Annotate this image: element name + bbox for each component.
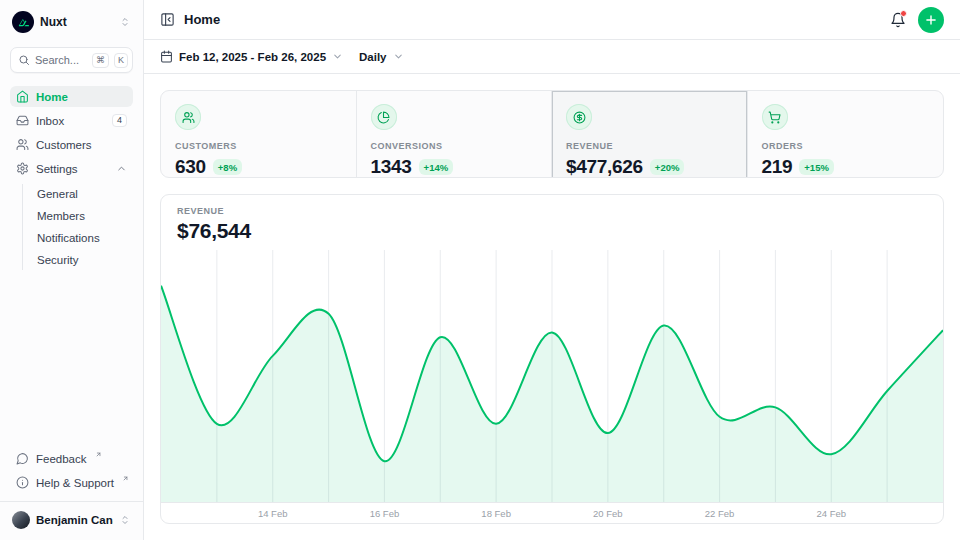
- stat-delta-badge: +15%: [799, 159, 834, 175]
- sidebar-subitem-notifications[interactable]: Notifications: [33, 228, 133, 248]
- users-icon: [175, 104, 201, 130]
- sidebar-item-settings[interactable]: Settings: [10, 158, 133, 179]
- sidebar-subitem-security[interactable]: Security: [33, 250, 133, 270]
- stat-label: CUSTOMERS: [175, 141, 342, 151]
- main-area: Home Feb 12, 2025 - Feb 26, 2025 Daily C…: [144, 0, 960, 540]
- select-chevrons-icon: [119, 514, 131, 526]
- avatar: [12, 511, 30, 529]
- sidebar-item-label: Customers: [36, 139, 92, 151]
- inbox-icon: [16, 114, 29, 127]
- sidebar-link-label: Feedback: [36, 453, 87, 465]
- stat-value: $477,626: [566, 156, 643, 178]
- chart-title: REVENUE: [177, 206, 927, 216]
- search-input[interactable]: Search... ⌘ K: [10, 47, 133, 73]
- stat-delta-badge: +8%: [213, 159, 242, 175]
- period-value: Daily: [359, 51, 387, 63]
- x-axis-tick: 14 Feb: [258, 508, 288, 519]
- workspace-switcher[interactable]: Nuxt: [10, 10, 133, 34]
- kbd-command: ⌘: [92, 53, 109, 68]
- sidebar-spacer: [10, 272, 133, 435]
- stat-card-revenue[interactable]: REVENUE$477,626+20%: [552, 91, 748, 178]
- x-axis-tick: 18 Feb: [481, 508, 511, 519]
- user-menu[interactable]: Benjamin Canac: [10, 510, 133, 530]
- date-range-value: Feb 12, 2025 - Feb 26, 2025: [179, 51, 326, 63]
- settings-icon: [16, 162, 29, 175]
- sidebar-subitem-members[interactable]: Members: [33, 206, 133, 226]
- stat-label: REVENUE: [566, 141, 733, 151]
- x-axis-tick: 22 Feb: [705, 508, 735, 519]
- external-arrow-icon: [122, 475, 129, 482]
- sidebar: Nuxt Search... ⌘ K HomeInbox4CustomersSe…: [0, 0, 144, 540]
- filters-toolbar: Feb 12, 2025 - Feb 26, 2025 Daily: [144, 40, 960, 74]
- stat-value: 1343: [371, 156, 412, 178]
- page-title: Home: [184, 12, 220, 27]
- select-chevrons-icon: [119, 16, 131, 28]
- stat-label: ORDERS: [762, 141, 930, 151]
- workspace-name: Nuxt: [40, 15, 67, 29]
- revenue-chart-svg: [161, 250, 943, 502]
- notification-dot: [900, 10, 907, 17]
- stat-card-conversions[interactable]: CONVERSIONS1343+14%: [357, 91, 553, 178]
- chart-x-axis: 14 Feb16 Feb18 Feb20 Feb22 Feb24 Feb: [161, 502, 943, 523]
- header-actions: [890, 7, 944, 33]
- message-circle-icon: [16, 452, 29, 465]
- chevron-up-icon: [116, 163, 127, 174]
- info-icon: [16, 476, 29, 489]
- chevron-down-icon: [393, 51, 404, 62]
- stat-label: CONVERSIONS: [371, 141, 538, 151]
- sidebar-subitem-general[interactable]: General: [33, 184, 133, 204]
- notifications-button[interactable]: [890, 12, 906, 28]
- home-icon: [16, 90, 29, 103]
- sidebar-link-label: Help & Support: [36, 477, 114, 489]
- sidebar-link-help-support[interactable]: Help & Support: [10, 472, 133, 493]
- search-placeholder: Search...: [35, 54, 87, 66]
- revenue-chart-card: REVENUE $76,544 14 Feb16 Feb18 Feb20 Feb…: [160, 194, 944, 524]
- sidebar-item-label: Home: [36, 91, 68, 103]
- dashboard-app: Nuxt Search... ⌘ K HomeInbox4CustomersSe…: [0, 0, 960, 540]
- nuxt-logo-icon: [12, 11, 34, 33]
- sidebar-divider: [0, 501, 143, 502]
- inbox-count-badge: 4: [112, 114, 127, 128]
- chevron-down-icon: [332, 51, 343, 62]
- date-range-picker[interactable]: Feb 12, 2025 - Feb 26, 2025: [160, 50, 343, 63]
- stat-card-customers[interactable]: CUSTOMERS630+8%: [161, 91, 357, 178]
- sidebar-toggle-button[interactable]: [160, 12, 175, 27]
- chart-total-value: $76,544: [177, 219, 927, 243]
- sidebar-item-label: Inbox: [36, 115, 64, 127]
- user-name: Benjamin Canac: [36, 514, 113, 526]
- chart-pie-icon: [371, 104, 397, 130]
- sidebar-item-label: Settings: [36, 163, 78, 175]
- sidebar-nav: HomeInbox4CustomersSettingsGeneralMember…: [10, 86, 133, 272]
- sidebar-item-home[interactable]: Home: [10, 86, 133, 107]
- x-axis-tick: 24 Feb: [816, 508, 846, 519]
- stat-card-orders[interactable]: ORDERS219+15%: [748, 91, 944, 178]
- x-axis-tick: 16 Feb: [370, 508, 400, 519]
- page-content: CUSTOMERS630+8%CONVERSIONS1343+14%REVENU…: [144, 74, 960, 540]
- sidebar-footer-links: FeedbackHelp & Support: [10, 448, 133, 493]
- stat-delta-badge: +20%: [650, 159, 685, 175]
- shopping-cart-icon: [762, 104, 788, 130]
- calendar-icon: [160, 50, 173, 63]
- stat-delta-badge: +14%: [419, 159, 454, 175]
- x-axis-tick: 20 Feb: [593, 508, 623, 519]
- add-button[interactable]: [918, 7, 944, 33]
- stats-row: CUSTOMERS630+8%CONVERSIONS1343+14%REVENU…: [160, 90, 944, 178]
- top-header: Home: [144, 0, 960, 40]
- chart-plot-area[interactable]: [161, 250, 943, 502]
- period-select[interactable]: Daily: [359, 51, 404, 63]
- stat-value: 630: [175, 156, 206, 178]
- sidebar-item-inbox[interactable]: Inbox4: [10, 110, 133, 131]
- stat-value: 219: [762, 156, 793, 178]
- circle-dollar-icon: [566, 104, 592, 130]
- search-icon: [18, 54, 30, 66]
- sidebar-item-customers[interactable]: Customers: [10, 134, 133, 155]
- external-arrow-icon: [95, 451, 102, 458]
- kbd-k: K: [114, 53, 128, 68]
- chart-header: REVENUE $76,544: [161, 195, 943, 250]
- settings-subnav: GeneralMembersNotificationsSecurity: [22, 184, 133, 270]
- sidebar-link-feedback[interactable]: Feedback: [10, 448, 133, 469]
- users-icon: [16, 138, 29, 151]
